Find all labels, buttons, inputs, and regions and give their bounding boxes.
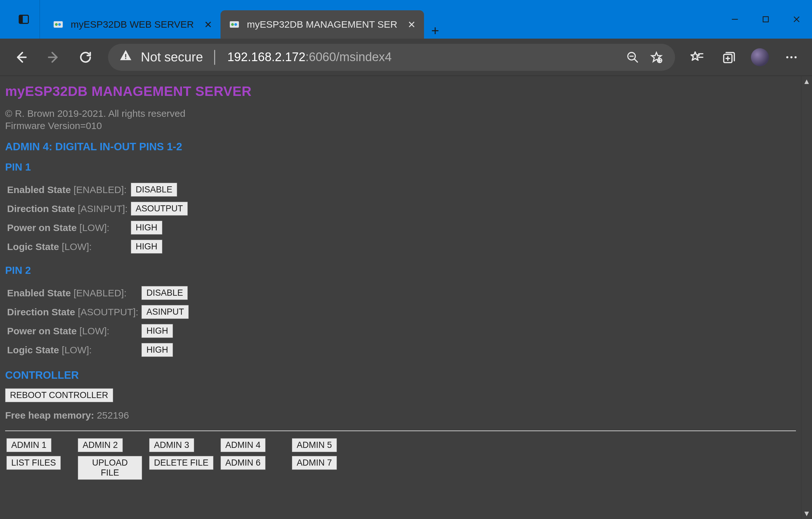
pin2-poweron-button[interactable]: HIGH xyxy=(141,324,173,338)
row-label: Power on State xyxy=(7,222,77,233)
tab-actions-icon xyxy=(18,13,30,25)
svg-point-7 xyxy=(234,23,237,26)
admin7-button[interactable]: ADMIN 7 xyxy=(292,456,337,470)
star-add-icon xyxy=(650,51,663,64)
refresh-button[interactable] xyxy=(76,48,95,67)
pin1-table: Enabled State [ENABLED]: DISABLE Directi… xyxy=(7,180,191,256)
favorites-button[interactable] xyxy=(688,48,706,66)
tab-active[interactable]: myESP32DB MANAGEMENT SER ✕ xyxy=(221,10,424,38)
admin-nav: ADMIN 1 ADMIN 2 ADMIN 3 ADMIN 4 ADMIN 5 … xyxy=(6,438,796,480)
favicon-icon xyxy=(53,19,64,30)
table-row: Enabled State [ENABLED]: DISABLE xyxy=(7,180,191,199)
svg-point-31 xyxy=(795,56,797,58)
back-button[interactable] xyxy=(11,48,31,67)
pin1-heading: PIN 1 xyxy=(5,161,796,173)
table-row: Enabled State [ENABLED]: DISABLE xyxy=(7,283,192,302)
svg-point-29 xyxy=(786,56,788,58)
row-value: [ASINPUT]: xyxy=(78,203,127,214)
list-files-button[interactable]: LIST FILES xyxy=(6,456,61,470)
pin1-disable-button[interactable]: DISABLE xyxy=(131,183,177,197)
svg-point-6 xyxy=(231,23,234,26)
svg-point-30 xyxy=(790,56,793,58)
url-rest: :6060/msindex4 xyxy=(306,50,392,64)
table-row: Logic State [LOW]: HIGH xyxy=(7,340,192,359)
divider: │ xyxy=(211,50,219,64)
svg-line-17 xyxy=(634,59,637,62)
window-minimize-button[interactable] xyxy=(719,0,750,38)
admin4-button[interactable]: ADMIN 4 xyxy=(221,438,265,452)
refresh-icon xyxy=(79,50,93,64)
admin1-button[interactable]: ADMIN 1 xyxy=(6,438,52,452)
row-label: Enabled State xyxy=(7,184,71,195)
close-icon[interactable]: ✕ xyxy=(204,19,212,30)
favorite-button[interactable] xyxy=(649,51,664,64)
table-row: Direction State [ASINPUT]: ASOUTPUT xyxy=(7,199,191,218)
star-list-icon xyxy=(690,50,704,64)
copyright-line: © R. Brown 2019-2021. All rights reserve… xyxy=(5,107,796,120)
browser-toolbar: Not secure │ 192.168.2.172:6060/msindex4 xyxy=(0,38,812,76)
arrow-right-icon xyxy=(46,50,60,64)
pin2-table: Enabled State [ENABLED]: DISABLE Directi… xyxy=(7,283,192,359)
row-label: Enabled State xyxy=(7,288,71,298)
heap-value: 252196 xyxy=(97,410,129,420)
not-secure-icon xyxy=(119,49,133,65)
svg-rect-15 xyxy=(125,58,126,59)
firmware-line: Firmware Version=010 xyxy=(5,120,796,132)
table-row: Power on State [LOW]: HIGH xyxy=(7,218,191,237)
tab-inactive-1[interactable]: myESP32DB WEB SERVER ✕ xyxy=(45,10,221,38)
url-host: 192.168.2.172 xyxy=(227,50,306,64)
pin1-poweron-button[interactable]: HIGH xyxy=(131,221,162,235)
collections-button[interactable] xyxy=(719,48,737,66)
section-heading: ADMIN 4: DIGITAL IN-OUT PINS 1-2 xyxy=(5,141,796,153)
pin2-direction-button[interactable]: ASINPUT xyxy=(141,305,189,319)
menu-button[interactable] xyxy=(782,48,801,66)
admin3-button[interactable]: ADMIN 3 xyxy=(149,438,194,452)
profile-avatar[interactable] xyxy=(751,48,769,66)
window-maximize-button[interactable] xyxy=(750,0,781,38)
new-tab-button[interactable]: + xyxy=(424,23,446,38)
address-bar[interactable]: Not secure │ 192.168.2.172:6060/msindex4 xyxy=(108,44,675,71)
upload-file-button[interactable]: UPLOAD FILE xyxy=(78,456,142,480)
scroll-up-icon[interactable]: ▲ xyxy=(802,76,812,87)
page-content: myESP32DB MANAGEMENT SERVER © R. Brown 2… xyxy=(0,76,801,519)
svg-point-3 xyxy=(55,23,58,26)
delete-file-button[interactable]: DELETE FILE xyxy=(149,456,213,470)
pin1-logic-button[interactable]: HIGH xyxy=(131,240,162,253)
separator xyxy=(5,431,796,431)
row-value: [ENABLED]: xyxy=(74,184,127,195)
vertical-scrollbar[interactable]: ▲ ▼ xyxy=(801,76,812,519)
scroll-down-icon[interactable]: ▼ xyxy=(802,508,812,519)
svg-rect-9 xyxy=(763,17,768,22)
row-label: Direction State xyxy=(7,307,75,317)
svg-rect-14 xyxy=(125,54,126,58)
admin2-button[interactable]: ADMIN 2 xyxy=(78,438,123,452)
svg-point-4 xyxy=(58,23,61,26)
favicon-icon xyxy=(229,19,240,30)
row-value: [LOW]: xyxy=(79,222,109,233)
arrow-left-icon xyxy=(14,50,28,64)
row-label: Direction State xyxy=(7,203,75,214)
zoom-out-icon xyxy=(626,51,639,64)
pin2-disable-button[interactable]: DISABLE xyxy=(141,286,188,300)
ellipsis-icon xyxy=(784,50,799,64)
window-close-button[interactable] xyxy=(781,0,812,38)
admin5-button[interactable]: ADMIN 5 xyxy=(292,438,337,452)
pin1-direction-button[interactable]: ASOUTPUT xyxy=(131,202,188,216)
admin6-button[interactable]: ADMIN 6 xyxy=(221,456,265,470)
tab-actions-button[interactable] xyxy=(0,0,40,38)
close-icon[interactable]: ✕ xyxy=(408,19,416,30)
pin2-logic-button[interactable]: HIGH xyxy=(141,343,173,357)
security-label: Not secure xyxy=(141,50,203,64)
row-value: [ASOUTPUT]: xyxy=(78,307,138,317)
tab-title: myESP32DB MANAGEMENT SER xyxy=(247,19,397,30)
zoom-out-button[interactable] xyxy=(625,51,640,64)
reboot-controller-button[interactable]: REBOOT CONTROLLER xyxy=(5,388,113,402)
table-row: Power on State [LOW]: HIGH xyxy=(7,322,192,340)
row-value: [LOW]: xyxy=(62,241,92,252)
row-label: Logic State xyxy=(7,241,59,252)
row-value: [LOW]: xyxy=(79,326,109,336)
table-row: Logic State [LOW]: HIGH xyxy=(7,237,191,256)
svg-marker-23 xyxy=(691,52,699,60)
forward-button[interactable] xyxy=(44,48,63,67)
row-label: Logic State xyxy=(7,345,59,355)
